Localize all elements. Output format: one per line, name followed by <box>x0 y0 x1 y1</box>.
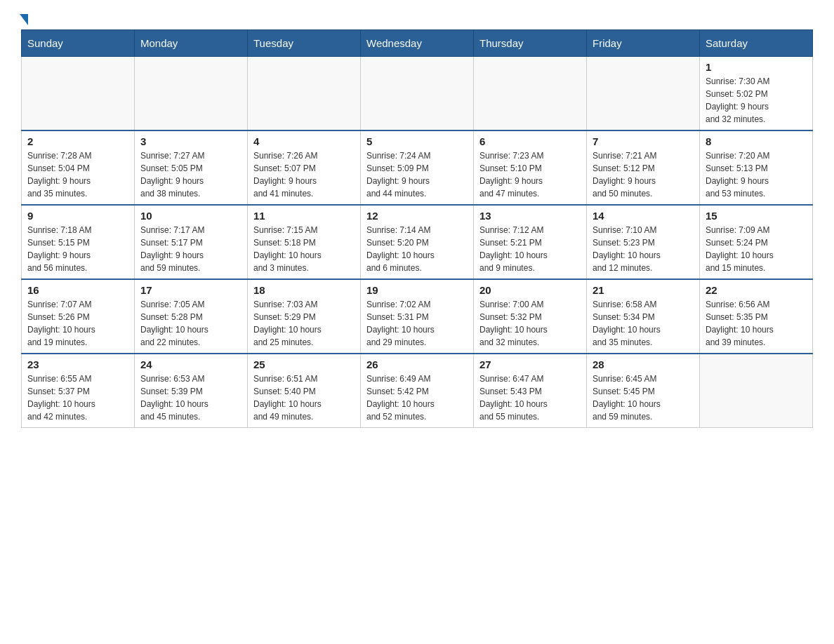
calendar-day-cell <box>135 57 248 131</box>
calendar-day-cell: 1Sunrise: 7:30 AMSunset: 5:02 PMDaylight… <box>700 57 813 131</box>
calendar-day-cell <box>474 57 587 131</box>
calendar-day-cell: 19Sunrise: 7:02 AMSunset: 5:31 PMDayligh… <box>361 279 474 354</box>
calendar-day-cell: 15Sunrise: 7:09 AMSunset: 5:24 PMDayligh… <box>700 205 813 279</box>
calendar-day-cell <box>361 57 474 131</box>
calendar-week-row: 23Sunrise: 6:55 AMSunset: 5:37 PMDayligh… <box>22 354 813 428</box>
day-number: 27 <box>479 358 581 370</box>
day-number: 16 <box>27 284 128 296</box>
day-info: Sunrise: 7:28 AMSunset: 5:04 PMDaylight:… <box>27 149 128 200</box>
day-number: 13 <box>479 210 581 222</box>
weekday-header-wednesday: Wednesday <box>361 30 474 57</box>
day-number: 2 <box>27 135 128 147</box>
day-info: Sunrise: 7:15 AMSunset: 5:18 PMDaylight:… <box>253 224 355 274</box>
calendar-day-cell: 6Sunrise: 7:23 AMSunset: 5:10 PMDaylight… <box>474 130 587 205</box>
calendar-day-cell: 10Sunrise: 7:17 AMSunset: 5:17 PMDayligh… <box>135 205 248 279</box>
day-info: Sunrise: 6:47 AMSunset: 5:43 PMDaylight:… <box>479 373 581 423</box>
day-info: Sunrise: 7:24 AMSunset: 5:09 PMDaylight:… <box>366 149 468 200</box>
day-info: Sunrise: 6:49 AMSunset: 5:42 PMDaylight:… <box>366 373 468 423</box>
day-number: 7 <box>593 135 694 147</box>
calendar-day-cell <box>22 57 135 131</box>
day-info: Sunrise: 6:55 AMSunset: 5:37 PMDaylight:… <box>27 373 128 423</box>
calendar-day-cell <box>248 57 361 131</box>
day-number: 28 <box>593 358 694 370</box>
day-number: 10 <box>140 210 241 222</box>
day-info: Sunrise: 6:45 AMSunset: 5:45 PMDaylight:… <box>593 373 694 423</box>
calendar-day-cell: 27Sunrise: 6:47 AMSunset: 5:43 PMDayligh… <box>474 354 587 428</box>
calendar-day-cell <box>587 57 700 131</box>
logo-arrow-icon <box>20 14 28 25</box>
day-info: Sunrise: 6:58 AMSunset: 5:34 PMDaylight:… <box>593 298 694 349</box>
calendar-day-cell: 28Sunrise: 6:45 AMSunset: 5:45 PMDayligh… <box>587 354 700 428</box>
day-number: 20 <box>479 284 581 296</box>
calendar-day-cell: 23Sunrise: 6:55 AMSunset: 5:37 PMDayligh… <box>22 354 135 428</box>
logo <box>21 14 28 22</box>
calendar-day-cell: 16Sunrise: 7:07 AMSunset: 5:26 PMDayligh… <box>22 279 135 354</box>
day-info: Sunrise: 7:14 AMSunset: 5:20 PMDaylight:… <box>366 224 468 274</box>
weekday-header-sunday: Sunday <box>22 30 135 57</box>
day-info: Sunrise: 7:26 AMSunset: 5:07 PMDaylight:… <box>253 149 355 200</box>
calendar-week-row: 9Sunrise: 7:18 AMSunset: 5:15 PMDaylight… <box>22 205 813 279</box>
page-header <box>21 14 813 22</box>
day-number: 8 <box>706 135 807 147</box>
calendar-day-cell: 2Sunrise: 7:28 AMSunset: 5:04 PMDaylight… <box>22 130 135 205</box>
calendar-day-cell: 5Sunrise: 7:24 AMSunset: 5:09 PMDaylight… <box>361 130 474 205</box>
day-info: Sunrise: 7:20 AMSunset: 5:13 PMDaylight:… <box>706 149 807 200</box>
day-number: 18 <box>253 284 355 296</box>
day-info: Sunrise: 6:53 AMSunset: 5:39 PMDaylight:… <box>140 373 241 423</box>
calendar-day-cell <box>700 354 813 428</box>
calendar-day-cell: 3Sunrise: 7:27 AMSunset: 5:05 PMDaylight… <box>135 130 248 205</box>
calendar-week-row: 16Sunrise: 7:07 AMSunset: 5:26 PMDayligh… <box>22 279 813 354</box>
day-number: 11 <box>253 210 355 222</box>
calendar-day-cell: 9Sunrise: 7:18 AMSunset: 5:15 PMDaylight… <box>22 205 135 279</box>
day-number: 5 <box>366 135 468 147</box>
day-number: 17 <box>140 284 241 296</box>
day-number: 22 <box>706 284 807 296</box>
day-info: Sunrise: 7:09 AMSunset: 5:24 PMDaylight:… <box>706 224 807 274</box>
day-info: Sunrise: 6:56 AMSunset: 5:35 PMDaylight:… <box>706 298 807 349</box>
weekday-header-row: SundayMondayTuesdayWednesdayThursdayFrid… <box>22 30 813 57</box>
day-info: Sunrise: 7:12 AMSunset: 5:21 PMDaylight:… <box>479 224 581 274</box>
weekday-header-monday: Monday <box>135 30 248 57</box>
day-number: 3 <box>140 135 241 147</box>
weekday-header-friday: Friday <box>587 30 700 57</box>
calendar-day-cell: 4Sunrise: 7:26 AMSunset: 5:07 PMDaylight… <box>248 130 361 205</box>
day-number: 19 <box>366 284 468 296</box>
day-number: 24 <box>140 358 241 370</box>
day-info: Sunrise: 7:00 AMSunset: 5:32 PMDaylight:… <box>479 298 581 349</box>
day-info: Sunrise: 6:51 AMSunset: 5:40 PMDaylight:… <box>253 373 355 423</box>
calendar-day-cell: 18Sunrise: 7:03 AMSunset: 5:29 PMDayligh… <box>248 279 361 354</box>
calendar-day-cell: 14Sunrise: 7:10 AMSunset: 5:23 PMDayligh… <box>587 205 700 279</box>
calendar-day-cell: 25Sunrise: 6:51 AMSunset: 5:40 PMDayligh… <box>248 354 361 428</box>
day-info: Sunrise: 7:17 AMSunset: 5:17 PMDaylight:… <box>140 224 241 274</box>
day-info: Sunrise: 7:21 AMSunset: 5:12 PMDaylight:… <box>593 149 694 200</box>
day-number: 1 <box>706 61 807 73</box>
weekday-header-tuesday: Tuesday <box>248 30 361 57</box>
calendar-day-cell: 13Sunrise: 7:12 AMSunset: 5:21 PMDayligh… <box>474 205 587 279</box>
calendar-day-cell: 12Sunrise: 7:14 AMSunset: 5:20 PMDayligh… <box>361 205 474 279</box>
day-info: Sunrise: 7:03 AMSunset: 5:29 PMDaylight:… <box>253 298 355 349</box>
day-info: Sunrise: 7:07 AMSunset: 5:26 PMDaylight:… <box>27 298 128 349</box>
calendar-day-cell: 11Sunrise: 7:15 AMSunset: 5:18 PMDayligh… <box>248 205 361 279</box>
day-number: 12 <box>366 210 468 222</box>
day-info: Sunrise: 7:02 AMSunset: 5:31 PMDaylight:… <box>366 298 468 349</box>
calendar-day-cell: 22Sunrise: 6:56 AMSunset: 5:35 PMDayligh… <box>700 279 813 354</box>
calendar-day-cell: 21Sunrise: 6:58 AMSunset: 5:34 PMDayligh… <box>587 279 700 354</box>
day-number: 21 <box>593 284 694 296</box>
calendar-day-cell: 24Sunrise: 6:53 AMSunset: 5:39 PMDayligh… <box>135 354 248 428</box>
day-number: 25 <box>253 358 355 370</box>
day-info: Sunrise: 7:30 AMSunset: 5:02 PMDaylight:… <box>706 75 807 126</box>
calendar-day-cell: 26Sunrise: 6:49 AMSunset: 5:42 PMDayligh… <box>361 354 474 428</box>
day-number: 26 <box>366 358 468 370</box>
calendar-week-row: 1Sunrise: 7:30 AMSunset: 5:02 PMDaylight… <box>22 57 813 131</box>
day-number: 4 <box>253 135 355 147</box>
day-info: Sunrise: 7:05 AMSunset: 5:28 PMDaylight:… <box>140 298 241 349</box>
day-info: Sunrise: 7:23 AMSunset: 5:10 PMDaylight:… <box>479 149 581 200</box>
day-number: 15 <box>706 210 807 222</box>
calendar-day-cell: 20Sunrise: 7:00 AMSunset: 5:32 PMDayligh… <box>474 279 587 354</box>
calendar-day-cell: 17Sunrise: 7:05 AMSunset: 5:28 PMDayligh… <box>135 279 248 354</box>
day-number: 23 <box>27 358 128 370</box>
day-number: 6 <box>479 135 581 147</box>
day-number: 14 <box>593 210 694 222</box>
day-info: Sunrise: 7:18 AMSunset: 5:15 PMDaylight:… <box>27 224 128 274</box>
weekday-header-saturday: Saturday <box>700 30 813 57</box>
